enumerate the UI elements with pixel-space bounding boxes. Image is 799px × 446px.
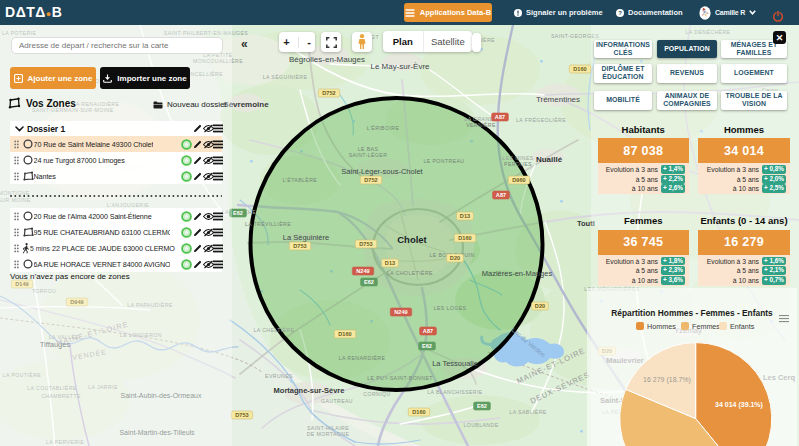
svg-text:16 279 (18.7%): 16 279 (18.7%) [643, 376, 691, 384]
svg-text:34 014 (39.1%): 34 014 (39.1%) [715, 401, 763, 409]
svg-text:?: ? [618, 10, 622, 16]
